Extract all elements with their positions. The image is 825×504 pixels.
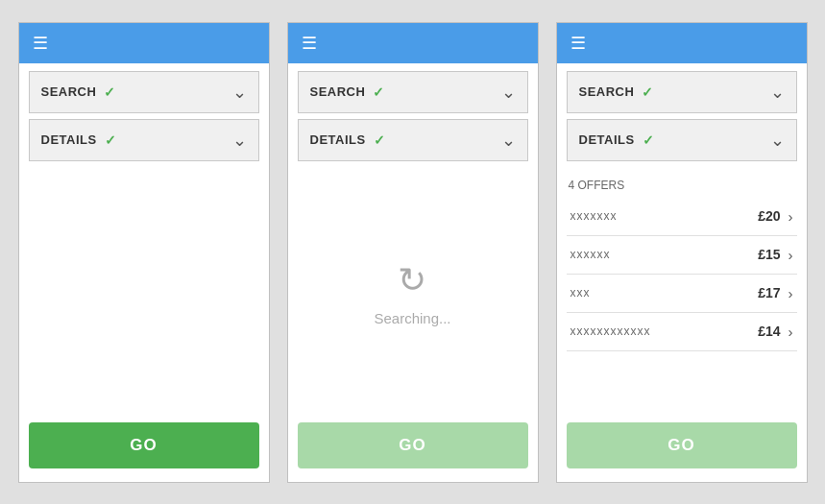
accordion-label-text: SEARCH bbox=[310, 84, 366, 99]
offer-item[interactable]: xxxxxxx£20› bbox=[567, 198, 797, 236]
accordion-label: DETAILS✓ bbox=[579, 132, 655, 148]
go-button-area: GO bbox=[557, 413, 807, 482]
chevron-right-icon: › bbox=[789, 208, 793, 225]
offer-price: £14 bbox=[758, 324, 780, 339]
chevron-down-icon: ⌄ bbox=[770, 130, 785, 151]
accordion-item-search[interactable]: SEARCH✓⌄ bbox=[298, 71, 528, 113]
chevron-right-icon: › bbox=[789, 285, 793, 301]
offer-right: £17› bbox=[758, 285, 792, 301]
accordion-label: DETAILS✓ bbox=[310, 132, 386, 148]
offer-item[interactable]: xxxxxxxxxxxx£14› bbox=[567, 313, 797, 351]
offer-right: £20› bbox=[758, 208, 792, 225]
chevron-right-icon: › bbox=[789, 324, 793, 340]
phone-screen-1: ☰SEARCH✓⌄DETAILS✓⌄GO bbox=[18, 22, 270, 483]
accordion-label-text: DETAILS bbox=[310, 132, 366, 147]
top-bar: ☰ bbox=[288, 23, 538, 63]
go-button: GO bbox=[298, 422, 528, 468]
chevron-down-icon: ⌄ bbox=[232, 82, 247, 103]
go-button-area: GO bbox=[19, 413, 269, 482]
check-icon: ✓ bbox=[642, 84, 654, 100]
offer-item[interactable]: xxxxxx£15› bbox=[567, 236, 797, 275]
offer-price: £20 bbox=[758, 208, 780, 224]
offer-right: £15› bbox=[758, 247, 792, 263]
offer-price: £15 bbox=[758, 247, 780, 262]
hamburger-icon[interactable]: ☰ bbox=[33, 35, 48, 52]
check-icon: ✓ bbox=[373, 84, 385, 100]
accordion-label: SEARCH✓ bbox=[579, 84, 654, 100]
content-area-idle bbox=[19, 175, 269, 413]
go-button: GO bbox=[567, 422, 797, 468]
check-icon: ✓ bbox=[105, 132, 117, 148]
go-button[interactable]: GO bbox=[29, 422, 259, 468]
check-icon: ✓ bbox=[643, 132, 655, 148]
check-icon: ✓ bbox=[104, 84, 116, 100]
hamburger-icon[interactable]: ☰ bbox=[570, 35, 586, 52]
accordion-section: SEARCH✓⌄DETAILS✓⌄ bbox=[288, 63, 538, 175]
chevron-down-icon: ⌄ bbox=[501, 130, 516, 151]
offers-section: 4 OFFERSxxxxxxx£20›xxxxxx£15›xxx£17›xxxx… bbox=[557, 175, 807, 413]
content-area-searching: ↻Searching... bbox=[288, 175, 538, 413]
offer-right: £14› bbox=[758, 324, 792, 340]
refresh-icon: ↻ bbox=[398, 260, 426, 300]
accordion-section: SEARCH✓⌄DETAILS✓⌄ bbox=[557, 63, 807, 175]
searching-text: Searching... bbox=[374, 310, 450, 326]
searching-area: ↻Searching... bbox=[374, 260, 450, 326]
accordion-label-text: DETAILS bbox=[41, 132, 97, 147]
offer-item[interactable]: xxx£17› bbox=[567, 275, 797, 313]
top-bar: ☰ bbox=[557, 23, 807, 63]
accordion-item-search[interactable]: SEARCH✓⌄ bbox=[29, 71, 259, 113]
accordion-label-text: SEARCH bbox=[41, 84, 97, 99]
accordion-label: SEARCH✓ bbox=[41, 84, 116, 100]
accordion-label-text: DETAILS bbox=[579, 132, 635, 147]
accordion-section: SEARCH✓⌄DETAILS✓⌄ bbox=[19, 63, 269, 175]
accordion-item-details[interactable]: DETAILS✓⌄ bbox=[298, 119, 528, 161]
screens-container: ☰SEARCH✓⌄DETAILS✓⌄GO☰SEARCH✓⌄DETAILS✓⌄↻S… bbox=[18, 22, 808, 483]
hamburger-icon[interactable]: ☰ bbox=[302, 35, 317, 52]
offer-name: xxxxxxxxxxxx bbox=[570, 324, 651, 338]
offer-name: xxx bbox=[570, 286, 591, 300]
accordion-item-details[interactable]: DETAILS✓⌄ bbox=[567, 119, 797, 161]
go-button-area: GO bbox=[288, 413, 538, 482]
phone-screen-3: ☰SEARCH✓⌄DETAILS✓⌄4 OFFERSxxxxxxx£20›xxx… bbox=[556, 22, 808, 483]
accordion-label-text: SEARCH bbox=[579, 84, 635, 99]
chevron-down-icon: ⌄ bbox=[501, 82, 516, 103]
check-icon: ✓ bbox=[374, 132, 386, 148]
accordion-label: SEARCH✓ bbox=[310, 84, 385, 100]
accordion-item-details[interactable]: DETAILS✓⌄ bbox=[29, 119, 259, 161]
phone-screen-2: ☰SEARCH✓⌄DETAILS✓⌄↻Searching...GO bbox=[287, 22, 539, 483]
offer-name: xxxxxxx bbox=[570, 209, 618, 223]
accordion-label: DETAILS✓ bbox=[41, 132, 117, 148]
offer-name: xxxxxx bbox=[570, 248, 611, 261]
accordion-item-search[interactable]: SEARCH✓⌄ bbox=[567, 71, 797, 113]
top-bar: ☰ bbox=[19, 23, 269, 63]
chevron-right-icon: › bbox=[789, 247, 793, 263]
offers-count: 4 OFFERS bbox=[567, 179, 797, 192]
offer-price: £17 bbox=[758, 285, 780, 300]
chevron-down-icon: ⌄ bbox=[232, 130, 247, 151]
chevron-down-icon: ⌄ bbox=[770, 82, 785, 103]
